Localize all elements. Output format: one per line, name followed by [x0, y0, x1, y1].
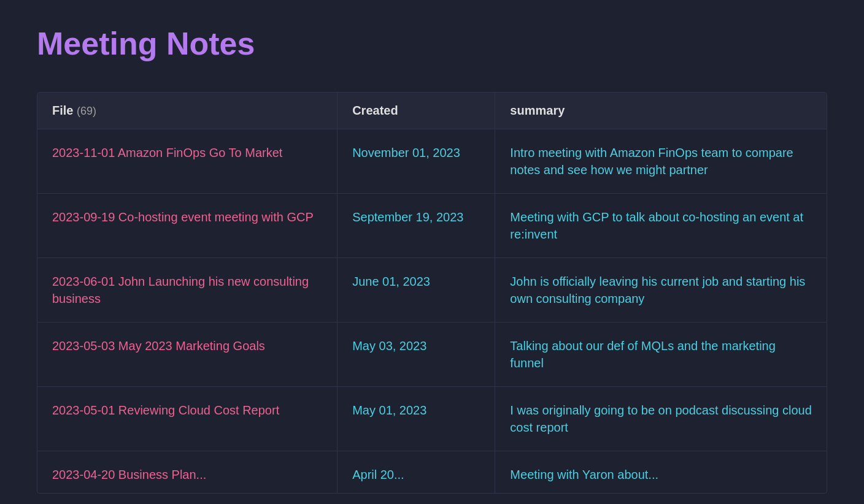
page-title: Meeting Notes — [37, 25, 827, 63]
file-count-badge: (69) — [77, 105, 96, 117]
cell-created: May 01, 2023 — [338, 387, 495, 451]
table-row[interactable]: 2023-09-19 Co-hosting event meeting with… — [37, 194, 827, 258]
cell-summary: I was originally going to be on podcast … — [495, 387, 827, 451]
table-row[interactable]: 2023-05-01 Reviewing Cloud Cost ReportMa… — [37, 387, 827, 451]
cell-created: September 19, 2023 — [338, 194, 495, 258]
cell-file[interactable]: 2023-06-01 John Launching his new consul… — [37, 258, 338, 323]
cell-created: May 03, 2023 — [338, 323, 495, 387]
cell-file[interactable]: 2023-04-20 Business Plan... — [37, 451, 338, 494]
cell-created: April 20... — [338, 451, 495, 494]
cell-file[interactable]: 2023-09-19 Co-hosting event meeting with… — [37, 194, 338, 258]
cell-created: November 01, 2023 — [338, 129, 495, 194]
cell-summary: Intro meeting with Amazon FinOps team to… — [495, 129, 827, 194]
cell-summary: John is officially leaving his current j… — [495, 258, 827, 323]
cell-summary: Talking about our def of MQLs and the ma… — [495, 323, 827, 387]
table-row[interactable]: 2023-11-01 Amazon FinOps Go To MarketNov… — [37, 129, 827, 194]
cell-summary: Meeting with Yaron about... — [495, 451, 827, 494]
meeting-notes-table: File (69) Created summary 2023-11-01 Ama… — [37, 92, 827, 494]
column-header-summary: summary — [495, 93, 827, 129]
cell-file[interactable]: 2023-05-03 May 2023 Marketing Goals — [37, 323, 338, 387]
table-header-row: File (69) Created summary — [37, 93, 827, 129]
cell-created: June 01, 2023 — [338, 258, 495, 323]
cell-file[interactable]: 2023-05-01 Reviewing Cloud Cost Report — [37, 387, 338, 451]
column-header-file: File (69) — [37, 93, 338, 129]
cell-file[interactable]: 2023-11-01 Amazon FinOps Go To Market — [37, 129, 338, 194]
cell-summary: Meeting with GCP to talk about co-hostin… — [495, 194, 827, 258]
column-header-created: Created — [338, 93, 495, 129]
table-row[interactable]: 2023-05-03 May 2023 Marketing GoalsMay 0… — [37, 323, 827, 387]
table-row[interactable]: 2023-04-20 Business Plan...April 20...Me… — [37, 451, 827, 494]
table-row[interactable]: 2023-06-01 John Launching his new consul… — [37, 258, 827, 323]
